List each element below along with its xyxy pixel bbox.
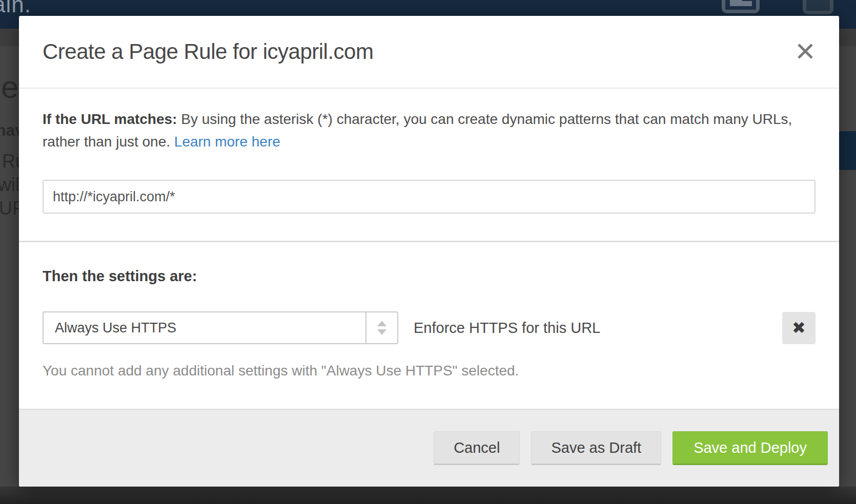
remove-x-icon: ✖	[792, 320, 806, 336]
setting-description: Enforce HTTPS for this URL	[414, 320, 600, 337]
background-text-fragment: Ru	[2, 151, 19, 172]
background-topbar-text-fragment: ain.	[0, 0, 31, 17]
select-stepper[interactable]	[365, 312, 397, 343]
modal-footer: Cancel Save as Draft Save and Deploy	[19, 409, 839, 487]
background-text-fragment: UR	[0, 198, 19, 219]
stepper-up-icon	[377, 321, 386, 326]
url-match-label: If the URL matches:	[43, 111, 177, 127]
background-partial-button	[839, 131, 856, 170]
background-left-text-fragments: e nav Ru will UR	[0, 29, 19, 487]
modal-header: Create a Page Rule for icyapril.com	[19, 16, 839, 89]
url-pattern-input[interactable]	[43, 180, 816, 214]
settings-helper-text: You cannot add any additional settings w…	[43, 363, 816, 379]
layout-grid-icon	[722, 0, 760, 13]
setting-select[interactable]: Always Use HTTPS	[43, 311, 398, 344]
background-text-fragment: will	[0, 174, 19, 196]
modal-title: Create a Page Rule for icyapril.com	[43, 39, 373, 64]
url-match-section: If the URL matches: By using the asteris…	[19, 89, 839, 241]
background-bottom-strip	[0, 487, 856, 504]
background-text-fragment: nav	[0, 121, 19, 140]
background-text-fragment: e	[1, 69, 18, 105]
url-match-description: If the URL matches: By using the asteris…	[43, 108, 801, 153]
settings-section: Then the settings are: Always Use HTTPS …	[19, 242, 839, 379]
stepper-down-icon	[377, 329, 386, 335]
account-icon	[803, 0, 833, 14]
close-button[interactable]	[795, 41, 816, 62]
setting-select-value: Always Use HTTPS	[44, 312, 365, 343]
learn-more-link[interactable]: Learn more here	[174, 134, 280, 150]
setting-row: Always Use HTTPS Enforce HTTPS for this …	[43, 311, 816, 344]
settings-heading: Then the settings are:	[43, 268, 816, 285]
remove-setting-button[interactable]: ✖	[782, 312, 816, 344]
cancel-button[interactable]: Cancel	[434, 431, 520, 465]
create-page-rule-modal: Create a Page Rule for icyapril.com If t…	[19, 16, 839, 487]
save-as-draft-button[interactable]: Save as Draft	[531, 431, 661, 465]
close-icon	[797, 43, 814, 61]
save-and-deploy-button[interactable]: Save and Deploy	[672, 431, 828, 465]
